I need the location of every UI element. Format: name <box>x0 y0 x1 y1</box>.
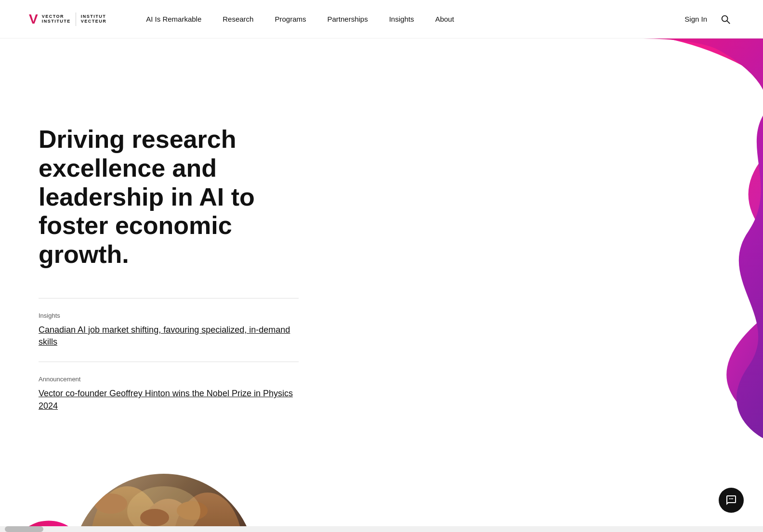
logo-divider <box>76 13 76 26</box>
logo[interactable]: V VECTOR INSTITUTE INSTITUT VECTEUR <box>29 13 106 26</box>
site-header: V VECTOR INSTITUTE INSTITUT VECTEUR AI I… <box>0 0 763 39</box>
news-label-insights: Insights <box>39 312 299 319</box>
nav-item-insights[interactable]: Insights <box>379 0 425 39</box>
news-item-announcement: Announcement Vector co-founder Geoffrey … <box>39 362 299 425</box>
logo-text-fr: INSTITUT VECTEUR <box>81 14 107 24</box>
svg-rect-3 <box>731 498 732 499</box>
hero-gradient-shape <box>329 39 763 438</box>
logo-text-en: VECTOR INSTITUTE <box>42 14 71 24</box>
hero-content: Driving research excellence and leadersh… <box>0 39 337 464</box>
search-icon <box>720 14 731 25</box>
chat-icon <box>725 494 737 506</box>
svg-point-0 <box>722 15 728 21</box>
sign-in-button[interactable]: Sign In <box>684 11 707 27</box>
nav-item-ai-is-remarkable[interactable]: AI Is Remarkable <box>135 0 212 39</box>
header-actions: Sign In <box>684 11 734 28</box>
nav-item-partnerships[interactable]: Partnerships <box>316 0 378 39</box>
svg-rect-2 <box>729 498 730 499</box>
main-nav: AI Is Remarkable Research Programs Partn… <box>135 0 684 39</box>
search-button[interactable] <box>717 11 734 28</box>
news-item-insights: Insights Canadian AI job market shifting… <box>39 298 299 362</box>
people-image <box>72 474 255 532</box>
nav-item-research[interactable]: Research <box>212 0 264 39</box>
svg-line-1 <box>727 21 730 24</box>
scrollbar[interactable] <box>0 526 763 532</box>
news-link-insights[interactable]: Canadian AI job market shifting, favouri… <box>39 325 290 347</box>
scrollbar-thumb[interactable] <box>5 526 43 532</box>
news-label-announcement: Announcement <box>39 376 299 383</box>
bottom-section <box>0 464 763 532</box>
hero-heading: Driving research excellence and leadersh… <box>39 125 299 269</box>
hero-section: Driving research excellence and leadersh… <box>0 39 763 464</box>
people-bg-shape <box>72 474 255 532</box>
news-link-announcement[interactable]: Vector co-founder Geoffrey Hinton wins t… <box>39 389 293 410</box>
nav-item-programs[interactable]: Programs <box>264 0 316 39</box>
news-section: Insights Canadian AI job market shifting… <box>39 298 299 426</box>
svg-rect-4 <box>732 498 733 499</box>
logo-v-letter: V <box>29 13 38 26</box>
chat-widget[interactable] <box>719 488 744 513</box>
nav-item-about[interactable]: About <box>424 0 464 39</box>
